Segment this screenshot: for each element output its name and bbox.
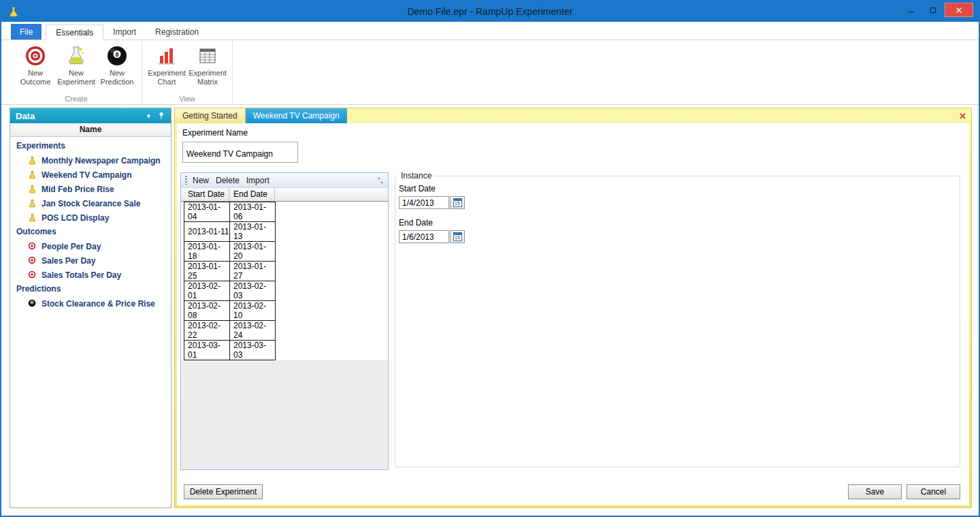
tree-category-experiments[interactable]: Experiments — [10, 139, 171, 153]
maximize-icon — [930, 7, 936, 14]
flask-icon — [28, 170, 37, 179]
grid-import-button[interactable]: Import — [246, 176, 270, 185]
instance-legend: Instance — [398, 171, 434, 181]
delete-experiment-button[interactable]: Delete Experiment — [184, 484, 263, 499]
ribbon-group-view: ExperimentChart ExperimentMatrix View — [142, 40, 233, 104]
start-date-label: Start Date — [399, 184, 960, 193]
experiment-matrix-button[interactable]: ExperimentMatrix — [187, 42, 228, 87]
bullseye-icon — [24, 44, 47, 67]
ribbon-tab-import[interactable]: Import — [103, 24, 146, 40]
document-area: Getting Started Weekend TV Campaign ✕ Ex… — [174, 108, 972, 508]
table-row[interactable]: 2013-02-082013-02-10 — [184, 301, 276, 321]
ribbon-tab-essentials[interactable]: Essentials — [46, 25, 103, 40]
table-row[interactable]: 2013-02-222013-02-24 — [184, 321, 276, 341]
column-header-end-date[interactable]: End Date — [229, 188, 275, 201]
table-row[interactable]: 2013-01-182013-01-20 — [184, 242, 276, 262]
end-date-picker-button[interactable]: 15 — [450, 230, 465, 243]
bullseye-icon — [28, 270, 37, 279]
grid-rows: 2013-01-042013-01-06 2013-01-112013-01-1… — [181, 202, 388, 360]
chevron-down-icon[interactable]: ▾ — [146, 112, 150, 121]
start-date-input[interactable] — [399, 196, 449, 209]
end-date-label: End Date — [399, 218, 960, 228]
instance-group: Instance Start Date 15 End Date 15 — [395, 171, 960, 467]
column-header-start-date[interactable]: Start Date — [184, 188, 229, 201]
ribbon-tab-registration[interactable]: Registration — [146, 24, 208, 40]
cancel-button[interactable]: Cancel — [906, 484, 960, 499]
tree-item-experiment[interactable]: Mid Feb Price Rise — [10, 182, 171, 196]
tab-getting-started[interactable]: Getting Started — [175, 108, 246, 123]
new-experiment-button[interactable]: NewExperiment — [56, 42, 97, 87]
experiment-chart-button[interactable]: ExperimentChart — [146, 42, 187, 87]
flask-icon — [28, 199, 37, 208]
document-content: Experiment Name New Delete Import Start … — [177, 123, 969, 505]
name-column-header[interactable]: Name — [10, 123, 171, 137]
save-button[interactable]: Save — [848, 484, 902, 499]
toolbar-overflow-icon[interactable] — [377, 176, 384, 185]
window-title: Demo File.epr - RampUp Experimenter — [1, 6, 979, 17]
table-row[interactable]: 2013-01-252013-01-27 — [184, 262, 276, 281]
close-button[interactable] — [945, 3, 973, 17]
grid-header-row: Start Date End Date — [181, 188, 388, 202]
data-panel: Data ▾ Name Experiments Monthly Newspape… — [10, 108, 172, 508]
grip-handle-icon[interactable] — [185, 176, 187, 185]
flask-icon — [28, 156, 37, 165]
end-date-input[interactable] — [399, 230, 449, 243]
tree-item-experiment[interactable]: Jan Stock Clearance Sale — [10, 196, 171, 210]
calendar-icon: 15 — [453, 232, 462, 241]
pin-icon[interactable] — [157, 112, 165, 120]
close-icon — [956, 7, 962, 14]
table-row[interactable]: 2013-01-112013-01-13 — [184, 222, 276, 242]
minimize-button[interactable] — [901, 3, 921, 17]
instances-grid-panel: New Delete Import Start Date End Date 20… — [180, 172, 389, 470]
eight-ball-icon: 8 — [105, 44, 129, 67]
grid-header-filler — [275, 188, 388, 201]
group-label-create: Create — [11, 95, 142, 103]
bullseye-icon — [28, 256, 37, 265]
titlebar: Demo File.epr - RampUp Experimenter — [1, 1, 979, 22]
start-date-picker-button[interactable]: 15 — [450, 196, 465, 209]
data-tree: Experiments Monthly Newspaper Campaign W… — [10, 137, 171, 507]
grid-empty-area — [181, 360, 388, 469]
close-document-icon[interactable]: ✕ — [954, 108, 971, 123]
new-outcome-button[interactable]: NewOutcome — [15, 42, 56, 87]
file-button[interactable]: File — [11, 24, 42, 40]
experiment-name-input[interactable] — [182, 142, 298, 163]
maximize-button[interactable] — [923, 3, 943, 17]
tree-item-prediction[interactable]: 8 Stock Clearance & Price Rise — [10, 296, 171, 311]
grid-delete-button[interactable]: Delete — [216, 176, 240, 185]
ribbon-tab-row: File Essentials Import Registration — [1, 22, 979, 40]
tree-item-experiment[interactable]: Monthly Newspaper Campaign — [10, 153, 171, 168]
ribbon: File Essentials Import Registration NewO… — [1, 22, 979, 105]
tree-item-outcome[interactable]: People Per Day — [10, 239, 171, 253]
table-row[interactable]: 2013-02-012013-02-03 — [184, 281, 276, 301]
grid-new-button[interactable]: New — [193, 176, 209, 185]
ribbon-body: NewOutcome NewExperiment — [1, 40, 979, 104]
flask-icon — [28, 213, 37, 222]
ribbon-group-create: NewOutcome NewExperiment — [11, 40, 142, 104]
grid-toolbar: New Delete Import — [181, 173, 388, 188]
bullseye-icon — [28, 242, 37, 251]
table-row[interactable]: 2013-01-042013-01-06 — [184, 202, 276, 222]
group-label-view: View — [142, 95, 232, 103]
flask-icon — [28, 185, 37, 193]
tree-category-outcomes[interactable]: Outcomes — [10, 225, 171, 239]
minimize-icon — [908, 7, 915, 14]
table-row[interactable]: 2013-03-012013-03-03 — [184, 341, 276, 360]
matrix-icon — [196, 44, 219, 67]
tree-item-experiment[interactable]: Weekend TV Campaign — [10, 168, 171, 182]
document-tabstrip: Getting Started Weekend TV Campaign ✕ — [175, 108, 971, 123]
tree-item-outcome[interactable]: Sales Per Day — [10, 253, 171, 268]
end-date-field: 15 — [399, 230, 960, 243]
calendar-icon: 15 — [453, 198, 462, 207]
start-date-field: 15 — [399, 196, 960, 209]
tree-item-experiment[interactable]: POS LCD Display — [10, 210, 171, 225]
new-prediction-button[interactable]: 8 NewPrediction — [97, 42, 137, 87]
tab-weekend-tv-campaign[interactable]: Weekend TV Campaign — [246, 108, 347, 123]
svg-text:8: 8 — [115, 51, 118, 58]
bar-chart-icon — [155, 44, 178, 67]
tree-category-predictions[interactable]: Predictions — [10, 282, 171, 296]
flask-icon — [65, 44, 88, 67]
tree-item-outcome[interactable]: Sales Totals Per Day — [10, 268, 171, 282]
eight-ball-icon: 8 — [28, 299, 37, 308]
app-window: Demo File.epr - RampUp Experimenter File… — [0, 0, 980, 517]
